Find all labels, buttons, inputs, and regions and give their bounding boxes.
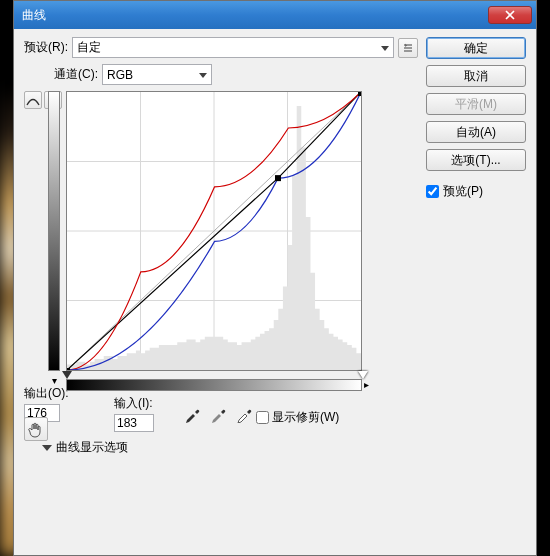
preset-label: 预设(R): [24,39,68,56]
output-label: 输出(O): [24,385,69,402]
preset-menu-button[interactable] [398,38,418,58]
input-gradient [66,379,362,391]
svg-rect-8 [67,368,70,370]
chevron-down-icon [381,41,389,55]
white-point-slider[interactable] [358,371,368,379]
input-input[interactable] [114,414,154,432]
channel-label: 通道(C): [54,66,98,83]
input-label: 输入(I): [114,395,154,412]
menu-icon [403,43,413,53]
options-button[interactable]: 选项(T)... [426,149,526,171]
channel-value: RGB [107,68,133,82]
svg-rect-7 [275,175,281,181]
smooth-button: 平滑(M) [426,93,526,115]
display-options-toggle[interactable]: 曲线显示选项 [44,439,128,456]
ok-button[interactable]: 确定 [426,37,526,59]
curve-chart[interactable] [66,91,362,371]
curve-tool-button[interactable] [24,91,42,109]
chevron-down-icon [199,68,207,82]
eyedropper-black-icon[interactable] [184,405,202,426]
curves-dialog: 曲线 预设(R): 自定 通道(C): RGB [13,0,537,556]
auto-button[interactable]: 自动(A) [426,121,526,143]
output-gradient [48,91,60,371]
arrow-right-icon: ▸ [364,379,369,390]
preview-checkbox[interactable] [426,185,439,198]
curve-icon [26,93,40,107]
black-point-slider[interactable] [62,371,72,379]
show-clipping-label: 显示修剪(W) [272,409,339,426]
window-title: 曲线 [22,7,488,24]
preset-value: 自定 [77,39,101,56]
show-clipping-checkbox[interactable] [256,411,269,424]
display-options-label: 曲线显示选项 [56,439,128,456]
hand-icon [27,420,45,438]
close-button[interactable] [488,6,532,24]
preview-label: 预览(P) [443,183,483,200]
eyedropper-white-icon[interactable] [236,405,254,426]
eyedropper-gray-icon[interactable] [210,405,228,426]
cancel-button[interactable]: 取消 [426,65,526,87]
channel-select[interactable]: RGB [102,64,212,85]
preset-select[interactable]: 自定 [72,37,394,58]
titlebar[interactable]: 曲线 [14,1,536,29]
hand-tool-button[interactable] [24,417,48,441]
svg-rect-9 [358,92,361,96]
expand-arrow-icon [42,445,52,451]
